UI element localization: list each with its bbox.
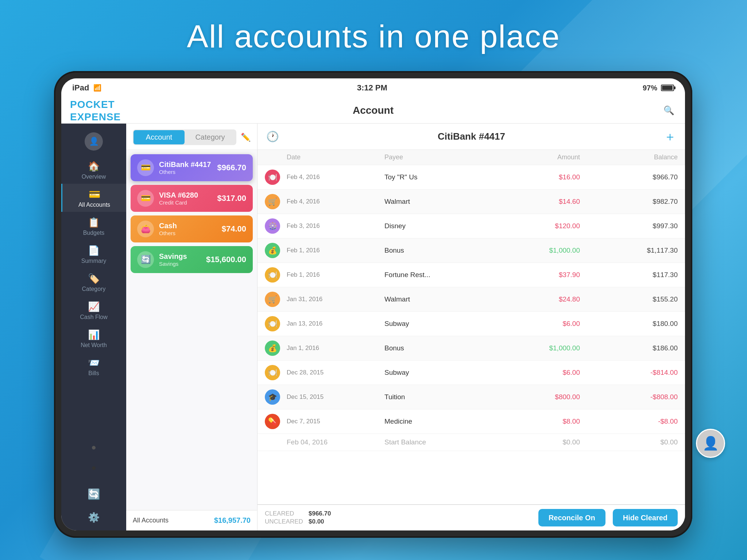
savings-balance: $15,600.00 (206, 255, 246, 264)
cashflow-icon: 📈 (88, 301, 100, 312)
status-time: 3:12 PM (357, 83, 387, 93)
sidebar-item-category[interactable]: 🏷️ Category (61, 268, 126, 296)
history-icon[interactable]: 🕐 (266, 131, 279, 143)
txn-balance-8: -$814.00 (580, 369, 678, 377)
accounts-icon: 💳 (89, 189, 100, 200)
segment-btn-category[interactable]: Category (185, 130, 236, 144)
txn-balance-6: $180.00 (580, 320, 678, 328)
txn-balance-5: $155.20 (580, 295, 678, 303)
col-icon (265, 153, 287, 161)
table-row[interactable]: 🎓 Dec 15, 2015 Tuition $800.00 -$808.00 (258, 385, 685, 409)
account-card-savings[interactable]: 🔄 Savings Savings $15,600.00 (131, 246, 253, 273)
txn-date-0: Feb 4, 2016 (287, 174, 384, 181)
ipad-screen: iPad 📶 3:12 PM 97% Pocket Expense Accoun… (61, 78, 685, 530)
txn-icon-8: 🍽️ (265, 365, 280, 380)
sidebar-item-bills[interactable]: 📨 Bills (61, 352, 126, 380)
networth-icon: 📊 (88, 329, 100, 341)
search-button[interactable]: 🔍 (662, 103, 676, 118)
table-row[interactable]: 🎡 Feb 3, 2016 Disney $120.00 $997.30 (258, 214, 685, 238)
cash-info: Cash Others (159, 222, 217, 236)
transaction-footer: CLEARED $966.70 UNCLEARED $0.00 Reconcil… (258, 504, 685, 530)
hide-cleared-button[interactable]: Hide Cleared (613, 509, 678, 526)
table-row[interactable]: 🍽️ Dec 28, 2015 Subway $6.00 -$814.00 (258, 361, 685, 385)
txn-date-8: Dec 28, 2015 (287, 369, 384, 376)
visa-info: VISA #6280 Credit Card (159, 191, 212, 206)
table-row[interactable]: 🛒 Jan 31, 2016 Walmart $24.80 $155.20 (258, 287, 685, 312)
visa-name: VISA #6280 (159, 191, 212, 199)
add-transaction-button[interactable]: ＋ (664, 128, 676, 145)
account-card-visa[interactable]: 💳 VISA #6280 Credit Card $317.00 (131, 185, 253, 212)
txn-balance-2: $997.30 (580, 222, 678, 230)
txn-balance-3: $1,117.30 (580, 246, 678, 254)
txn-balance-0: $966.70 (580, 173, 678, 181)
accounts-list: 💳 CitiBank #4417 Others $966.70 💳 VISA #… (126, 150, 257, 510)
app-header: Pocket Expense Account 🔍 (61, 97, 685, 124)
txn-balance-7: $186.00 (580, 344, 678, 352)
savings-info: Savings Savings (159, 252, 201, 267)
sidebar-label-bills: Bills (88, 370, 99, 377)
txn-date-5: Jan 31, 2016 (287, 296, 384, 303)
account-card-cash[interactable]: 👛 Cash Others $74.00 (131, 215, 253, 242)
visa-icon: 💳 (137, 190, 154, 207)
sidebar-item-settings[interactable]: ⚙️ (61, 507, 126, 527)
txn-payee-6: Subway (384, 320, 482, 328)
segment-area: Account Category ✏️ (126, 124, 257, 150)
txn-icon-3: 💰 (265, 243, 280, 258)
sidebar-item-overview[interactable]: 🏠 Overview (61, 156, 126, 184)
sidebar-label-summary: Summary (81, 258, 106, 264)
txn-balance-10: -$8.00 (580, 417, 678, 425)
txn-balance-1: $982.70 (580, 198, 678, 206)
ipad-frame: iPad 📶 3:12 PM 97% Pocket Expense Accoun… (54, 71, 692, 538)
table-row[interactable]: 🍽️ Feb 4, 2016 Toy "R" Us $16.00 $966.70 (258, 165, 685, 190)
cleared-label: CLEARED (265, 510, 301, 517)
start-balance-payee: Start Balance (384, 438, 482, 446)
segment-control: Account Category (133, 129, 236, 145)
table-row[interactable]: 💰 Jan 1, 2016 Bonus $1,000.00 $186.00 (258, 336, 685, 361)
cash-type: Others (159, 230, 217, 236)
txn-payee-2: Disney (384, 222, 482, 230)
sidebar-item-cashflow[interactable]: 📈 Cash Flow (61, 296, 126, 324)
txn-date-10: Dec 7, 2015 (287, 418, 384, 425)
cash-name: Cash (159, 222, 217, 230)
reconcile-button[interactable]: Reconcile On (538, 509, 605, 526)
table-header: Date Payee Amount Balance (258, 150, 685, 165)
table-row[interactable]: 🛒 Feb 4, 2016 Walmart $14.60 $982.70 (258, 190, 685, 214)
table-row[interactable]: 💰 Feb 1, 2016 Bonus $1,000.00 $1,117.30 (258, 238, 685, 263)
segment-btn-account[interactable]: Account (133, 130, 185, 144)
edit-icon[interactable]: ✏️ (241, 133, 251, 142)
txn-icon-1: 🛒 (265, 194, 280, 209)
txn-amount-1: $14.60 (482, 198, 580, 206)
table-row[interactable]: 🍽️ Feb 1, 2016 Fortune Rest... $37.90 $1… (258, 263, 685, 287)
sidebar-item-sync[interactable]: 🔄 (61, 480, 126, 507)
cleared-info: CLEARED $966.70 UNCLEARED $0.00 (265, 510, 331, 525)
sidebar-item-summary[interactable]: 📄 Summary (61, 240, 126, 268)
start-balance-amount: $0.00 (482, 438, 580, 446)
left-panel-footer: All Accounts $16,957.70 (126, 510, 257, 530)
txn-payee-7: Bonus (384, 344, 482, 352)
sidebar-item-accounts[interactable]: 💳 All Accounts (61, 184, 126, 212)
table-row[interactable]: 💊 Dec 7, 2015 Medicine $8.00 -$8.00 (258, 409, 685, 434)
txn-payee-4: Fortune Rest... (384, 271, 482, 279)
settings-icon: ⚙️ (88, 512, 100, 523)
txn-payee-5: Walmart (384, 295, 482, 303)
sidebar-label-accounts: All Accounts (78, 202, 110, 208)
table-row[interactable]: 🍽️ Jan 13, 2016 Subway $6.00 $180.00 (258, 312, 685, 336)
txn-date-6: Jan 13, 2016 (287, 320, 384, 327)
status-bar: iPad 📶 3:12 PM 97% (61, 78, 685, 97)
header-title: Account (169, 105, 578, 116)
sidebar-item-budgets[interactable]: 📋 Budgets (61, 212, 126, 240)
txn-payee-9: Tuition (384, 393, 482, 401)
txn-amount-4: $37.90 (482, 271, 580, 279)
account-card-citibank[interactable]: 💳 CitiBank #4417 Others $966.70 (131, 154, 253, 181)
txn-amount-2: $120.00 (482, 222, 580, 230)
savings-icon: 🔄 (137, 251, 154, 268)
sidebar-item-profile[interactable]: 👤 (61, 127, 126, 156)
sidebar-bottom: 🔄 ⚙️ (61, 480, 126, 530)
sidebar: 👤 🏠 Overview 💳 All Accounts 📋 Budgets 📄 … (61, 124, 126, 530)
citibank-balance: $966.70 (217, 163, 246, 172)
sidebar-item-networth[interactable]: 📊 Net Worth (61, 324, 126, 352)
battery-level: 97% (643, 84, 657, 92)
col-date: Date (287, 153, 384, 161)
cash-icon: 👛 (137, 221, 154, 237)
citibank-icon: 💳 (137, 159, 154, 176)
